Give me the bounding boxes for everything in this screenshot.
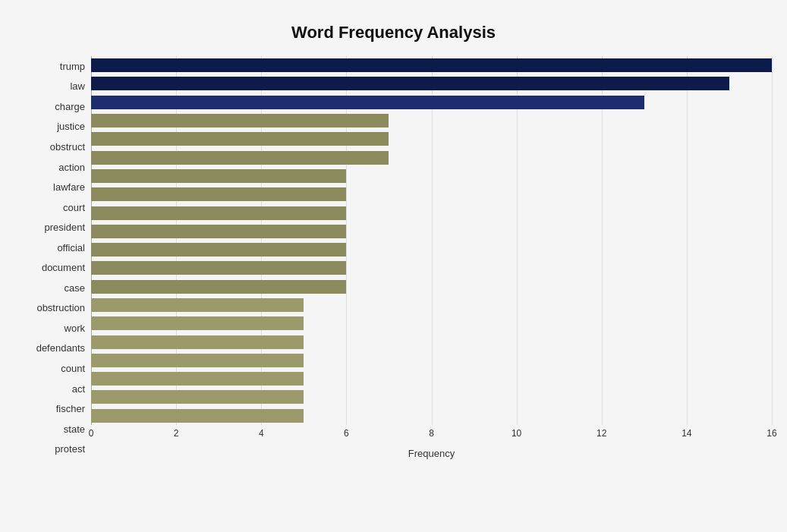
grid-line bbox=[432, 56, 433, 425]
bar-row bbox=[91, 334, 772, 351]
y-label: obstruction bbox=[36, 303, 85, 313]
y-label: obstruct bbox=[50, 142, 85, 152]
bar-row bbox=[91, 150, 772, 166]
bar bbox=[91, 114, 389, 127]
bar bbox=[91, 372, 304, 386]
bar bbox=[91, 151, 389, 165]
bar-row bbox=[91, 112, 772, 129]
grid-line bbox=[91, 56, 92, 425]
x-tick: 8 bbox=[429, 428, 434, 439]
x-axis: 0246810121416 Frequency bbox=[91, 428, 772, 459]
grid-line bbox=[687, 56, 688, 425]
y-label: protest bbox=[55, 444, 85, 454]
bar-row bbox=[91, 279, 772, 295]
y-label: court bbox=[63, 203, 85, 212]
bar bbox=[91, 354, 304, 367]
y-label: law bbox=[70, 81, 85, 91]
bar bbox=[91, 206, 346, 220]
bar-row bbox=[91, 75, 772, 92]
grid-lines bbox=[91, 56, 772, 425]
bar bbox=[91, 390, 304, 404]
grid-line bbox=[602, 56, 603, 425]
y-label: trump bbox=[60, 61, 85, 71]
x-tick: 16 bbox=[767, 428, 776, 439]
y-label: action bbox=[58, 162, 85, 172]
x-tick: 12 bbox=[597, 428, 606, 439]
bar-row bbox=[91, 186, 772, 203]
bar-row bbox=[91, 389, 772, 405]
x-tick: 10 bbox=[512, 428, 521, 439]
bar bbox=[91, 409, 304, 423]
grid-line bbox=[176, 56, 177, 425]
bar-row bbox=[91, 297, 772, 313]
grid-line bbox=[517, 56, 518, 425]
x-tick: 0 bbox=[89, 428, 94, 439]
bar bbox=[91, 77, 729, 90]
bar bbox=[91, 316, 304, 330]
y-axis: trumplawchargejusticeobstructactionlawfa… bbox=[15, 56, 91, 459]
y-label: justice bbox=[57, 121, 85, 131]
grid-line bbox=[772, 56, 773, 425]
chart-title: Word Frequency Analysis bbox=[15, 15, 772, 42]
x-tick: 6 bbox=[344, 428, 349, 439]
bar-row bbox=[91, 57, 772, 74]
bar-row bbox=[91, 408, 772, 424]
y-label: state bbox=[64, 424, 85, 434]
y-label: fischer bbox=[56, 404, 85, 414]
bar-row bbox=[91, 131, 772, 147]
y-label: work bbox=[65, 323, 85, 333]
y-label: act bbox=[72, 384, 85, 394]
bar-row bbox=[91, 370, 772, 387]
bar-row bbox=[91, 223, 772, 240]
bar bbox=[91, 132, 389, 146]
y-label: case bbox=[65, 283, 85, 293]
y-label: defendants bbox=[36, 343, 85, 353]
bar bbox=[91, 169, 346, 183]
bar bbox=[91, 243, 346, 257]
bar bbox=[91, 187, 346, 201]
bars-and-x: 0246810121416 Frequency bbox=[91, 56, 772, 459]
x-tick: 2 bbox=[174, 428, 179, 439]
y-label: document bbox=[42, 263, 85, 272]
bar-row bbox=[91, 168, 772, 184]
bar bbox=[91, 58, 772, 72]
x-ticks: 0246810121416 bbox=[91, 428, 772, 443]
chart-area: trumplawchargejusticeobstructactionlawfa… bbox=[15, 56, 772, 459]
grid-line bbox=[346, 56, 347, 425]
x-tick: 4 bbox=[259, 428, 264, 439]
y-label: charge bbox=[55, 102, 85, 112]
x-tick: 14 bbox=[682, 428, 691, 439]
bar bbox=[91, 225, 346, 238]
bar-row bbox=[91, 205, 772, 222]
bar bbox=[91, 298, 304, 312]
x-axis-label: Frequency bbox=[91, 448, 772, 459]
bar bbox=[91, 280, 346, 294]
bar bbox=[91, 261, 346, 275]
bar bbox=[91, 335, 304, 349]
y-label: count bbox=[61, 364, 85, 373]
y-label: lawfare bbox=[53, 182, 85, 192]
bar-row bbox=[91, 315, 772, 332]
bar-row bbox=[91, 352, 772, 369]
bar-row bbox=[91, 241, 772, 258]
bar-row bbox=[91, 260, 772, 276]
grid-line bbox=[261, 56, 262, 425]
y-label: official bbox=[57, 243, 85, 253]
bar bbox=[91, 96, 644, 109]
bars-section bbox=[91, 56, 772, 425]
bar-row bbox=[91, 94, 772, 111]
chart-container: Word Frequency Analysis trumplawchargeju… bbox=[0, 0, 787, 532]
y-label: president bbox=[45, 222, 85, 232]
